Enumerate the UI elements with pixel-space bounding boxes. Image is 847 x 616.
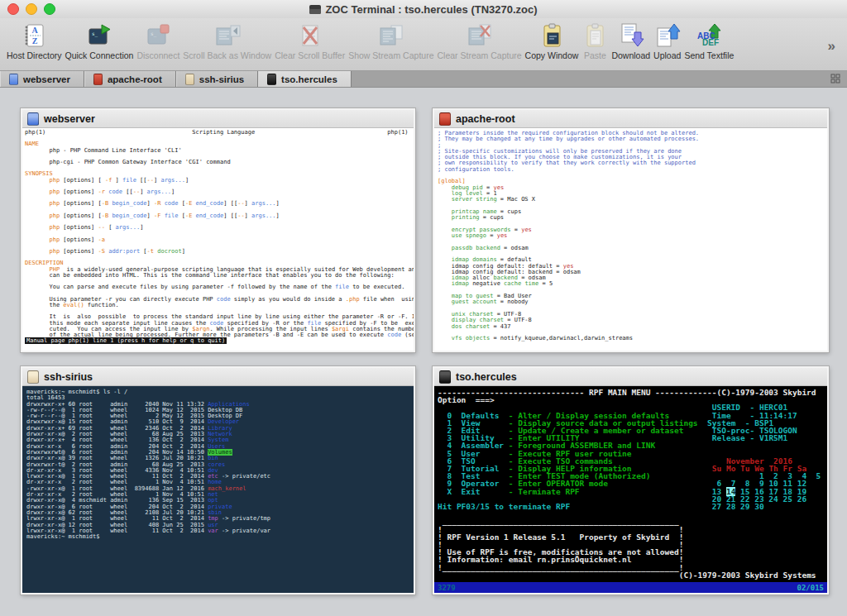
clear-stream-capture-label: Clear Stream Capture (437, 50, 521, 60)
session-icon-ssh-sirius (27, 370, 39, 384)
terminal-tso-hercules[interactable]: ------------------------------- RPF MAIN… (434, 386, 827, 593)
tab-label: apache-root (108, 74, 162, 84)
copy-window-label: Copy Window (525, 50, 579, 60)
clear-scroll-buffer-button[interactable]: Clear Scroll Buffer (275, 21, 345, 60)
download-label: Download (611, 50, 650, 60)
session-icon-tso-hercules (267, 74, 276, 85)
copy-window-button[interactable]: Copy Window (525, 21, 579, 60)
tab-ssh-sirius[interactable]: ssh-sirius (176, 71, 258, 87)
svg-text:A: A (32, 26, 39, 35)
pane-webserver: webserver php(1) Scripting Language php(… (21, 108, 415, 352)
session-icon-apache-root (93, 74, 103, 85)
tn3270-status-bar: 3279 02/015 (434, 582, 827, 593)
disconnect-button[interactable]: s_ Disconnect (136, 21, 179, 60)
session-icon-tso-hercules (439, 370, 451, 384)
clear-stream-capture-button[interactable]: Clear Stream Capture (437, 21, 521, 60)
terminal-ssh-sirius[interactable]: mavericks:~ mschmidt$ ls -l /total 16453… (22, 386, 414, 593)
upload-button[interactable]: Upload (653, 21, 681, 60)
quick-connection-button[interactable]: s_ Quick Connection (65, 21, 134, 60)
tab-label: ssh-sirius (199, 74, 244, 84)
terminal-type-indicator: 3279 (438, 584, 456, 592)
pane-title: apache-root (456, 113, 515, 125)
svg-text:s_: s_ (92, 31, 98, 37)
host-directory-label: Host Directory (7, 50, 62, 60)
show-stream-capture-icon (377, 21, 405, 50)
tab-bar: webserver apache-root ssh-sirius tso.her… (0, 71, 847, 88)
clear-stream-capture-icon (466, 21, 494, 50)
session-icon-webserver (9, 74, 18, 85)
download-icon (618, 21, 644, 50)
paste-button[interactable]: Paste (581, 21, 608, 60)
paste-icon (581, 21, 608, 50)
pane-title: ssh-sirius (44, 371, 93, 383)
quick-connection-icon: s_ (86, 21, 112, 50)
send-textfile-button[interactable]: ABC DEF Send Textfile (684, 21, 734, 60)
session-icon-apache-root (439, 112, 451, 126)
pane-ssh-sirius: ssh-sirius mavericks:~ mschmidt$ ls -l /… (21, 366, 415, 595)
copy-window-icon (538, 21, 565, 50)
pane-title: webserver (44, 113, 95, 125)
tab-tso-hercules[interactable]: tso.hercules (258, 71, 352, 87)
pane-webserver-header[interactable]: webserver (22, 110, 414, 128)
terminal-webserver[interactable]: php(1) Scripting Language php(1) NAME ph… (22, 128, 414, 351)
tab-webserver[interactable]: webserver (0, 71, 84, 87)
download-button[interactable]: Download (611, 21, 650, 60)
svg-text:Z: Z (32, 36, 38, 45)
pane-tso-hercules-header[interactable]: tso.hercules (434, 368, 827, 386)
send-textfile-icon: ABC DEF (694, 21, 724, 50)
pane-apache-root-header[interactable]: apache-root (434, 110, 827, 128)
disconnect-label: Disconnect (136, 50, 179, 60)
show-stream-capture-button[interactable]: Show Stream Capture (348, 21, 433, 60)
session-icon-webserver (27, 112, 39, 126)
show-stream-capture-label: Show Stream Capture (348, 50, 433, 60)
tile-view-icon[interactable] (830, 72, 840, 87)
host-directory-button[interactable]: A Z Host Directory (7, 21, 62, 60)
paste-label: Paste (584, 50, 606, 60)
upload-label: Upload (653, 50, 681, 60)
pane-apache-root: apache-root ; Parameters inside the requ… (433, 108, 829, 352)
svg-text:DEF: DEF (702, 38, 719, 47)
pane-ssh-sirius-header[interactable]: ssh-sirius (22, 368, 414, 386)
upload-icon (654, 21, 681, 50)
toolbar: A Z Host Directory s_ Quick Connection s… (0, 18, 847, 71)
pane-title: tso.hercules (456, 371, 517, 383)
clear-scroll-buffer-label: Clear Scroll Buffer (275, 50, 345, 60)
scrollback-window-button[interactable]: Scroll Back as Window (183, 21, 271, 60)
window-title: ZOC Terminal : tso.hercules (TN3270.zoc) (0, 3, 847, 16)
tab-label: tso.hercules (281, 74, 337, 84)
host-directory-icon: A Z (21, 21, 47, 50)
clear-scroll-buffer-icon (297, 21, 323, 50)
terminal-window-icon (309, 5, 321, 14)
scrollback-window-label: Scroll Back as Window (183, 50, 271, 60)
title-bar: ZOC Terminal : tso.hercules (TN3270.zoc) (0, 0, 847, 19)
pane-tso-hercules: tso.hercules ---------------------------… (433, 366, 829, 595)
send-textfile-label: Send Textfile (684, 50, 734, 60)
session-icon-ssh-sirius (185, 74, 194, 85)
toolbar-overflow-chevron[interactable]: » (820, 38, 844, 55)
svg-text:s_: s_ (151, 31, 157, 37)
scrollback-window-icon (213, 21, 242, 50)
tab-label: webserver (23, 74, 70, 84)
quick-connection-label: Quick Connection (65, 50, 134, 60)
zoc-terminal-window: ZOC Terminal : tso.hercules (TN3270.zoc)… (0, 0, 847, 616)
cursor-position-indicator: 02/015 (797, 584, 824, 592)
terminal-apache-root[interactable]: ; Parameters inside the required configu… (434, 128, 827, 351)
disconnect-icon: s_ (145, 21, 171, 50)
tab-apache-root[interactable]: apache-root (84, 71, 176, 87)
